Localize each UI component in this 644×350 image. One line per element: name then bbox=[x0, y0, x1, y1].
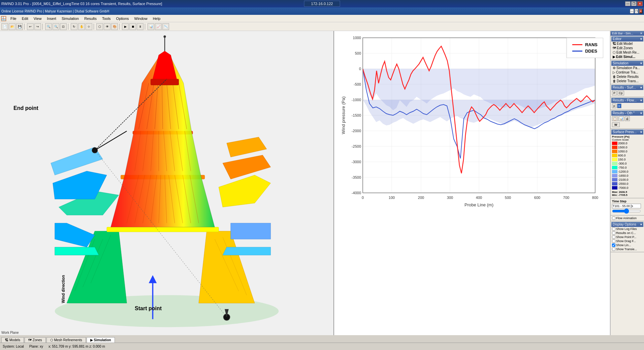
results-flow-title: Results - Flow... ▾ bbox=[611, 98, 643, 103]
tb-result3[interactable]: 📉 bbox=[162, 23, 169, 30]
pressure-unit: Pressure [Pa] bbox=[612, 135, 643, 138]
right-sidebar: Edit Bar - Sim... ✕ Editor ▾ 🏗 Edit Mode… bbox=[610, 31, 644, 335]
menu-window[interactable]: Window bbox=[132, 16, 150, 21]
tab-mesh-refinements[interactable]: ⬡ Mesh Refinements bbox=[46, 337, 86, 343]
results-surf-btn2[interactable]: Cp bbox=[617, 91, 624, 95]
show-transie-checkbox[interactable] bbox=[612, 247, 615, 251]
menu-help[interactable]: Help bbox=[150, 16, 163, 21]
show-lin-checkbox[interactable] bbox=[612, 243, 615, 247]
continue-tra-btn[interactable]: ▷ Continue Tra... bbox=[611, 70, 643, 75]
sim-pa-btn[interactable]: ⚙ Simulation Pa... bbox=[611, 66, 643, 70]
show-point-p-checkbox[interactable] bbox=[612, 235, 615, 239]
editbar-close-icon[interactable]: ✕ bbox=[640, 32, 643, 35]
results-c-checkbox[interactable] bbox=[612, 231, 615, 235]
maximize-btn[interactable]: ❐ bbox=[631, 1, 637, 6]
menu-edit[interactable]: Edit bbox=[19, 16, 31, 21]
results-surf-btn1[interactable]: P bbox=[612, 91, 617, 95]
scale-bar--750: -750.0 bbox=[612, 166, 643, 169]
svg-point-45 bbox=[92, 148, 97, 153]
tb-sim3[interactable]: ⏸ bbox=[137, 23, 143, 30]
editor-expand-icon[interactable]: ▾ bbox=[640, 37, 642, 41]
scale-bar--7000: -7000.0 bbox=[612, 186, 643, 189]
tb-new[interactable]: 📄 bbox=[1, 23, 8, 30]
simulation-icon: ▶ bbox=[90, 338, 93, 342]
models-icon: 🏗 bbox=[5, 338, 8, 342]
menu-view[interactable]: View bbox=[31, 16, 44, 21]
tb-undo[interactable]: ↩ bbox=[27, 23, 34, 30]
tb-display[interactable]: 👁 bbox=[104, 23, 110, 30]
flow-animation-checkbox[interactable] bbox=[612, 216, 615, 220]
menu-file[interactable]: File bbox=[8, 16, 19, 21]
tb-sim1[interactable]: ▶ bbox=[122, 23, 129, 30]
tb-zoom-out[interactable]: 🔍 bbox=[53, 23, 59, 30]
svg-rect-6 bbox=[107, 227, 219, 232]
menu-simulation[interactable]: Simulation bbox=[59, 16, 82, 21]
sec-minimize-btn[interactable]: — bbox=[630, 9, 634, 13]
tb-save[interactable]: 💾 bbox=[16, 23, 23, 30]
tb-sim2[interactable]: ⏹ bbox=[129, 23, 136, 30]
show-log-files-checkbox[interactable] bbox=[612, 227, 615, 231]
svg-point-35 bbox=[164, 35, 166, 38]
timestep-slider[interactable] bbox=[612, 209, 641, 213]
edit-zones-btn[interactable]: 🗺 Edit Zones bbox=[611, 46, 643, 50]
oth-btn3[interactable]: 🖨 bbox=[625, 116, 630, 121]
delete-trans-btn[interactable]: 🗑 Delete Trans... bbox=[611, 79, 643, 83]
tb-rotate[interactable]: ↻ bbox=[71, 23, 77, 30]
minimize-btn[interactable]: — bbox=[625, 1, 631, 6]
tab-zones[interactable]: 🗺 Zones bbox=[25, 337, 46, 343]
w-btn[interactable]: W bbox=[612, 122, 620, 127]
tb-open[interactable]: 📂 bbox=[9, 23, 15, 30]
tb-redo[interactable]: ↪ bbox=[34, 23, 41, 30]
delete-results-btn[interactable]: 🗑 Delete Results bbox=[611, 75, 643, 79]
close-btn[interactable]: ✕ bbox=[637, 1, 643, 6]
sec-maximize-btn[interactable]: ❐ bbox=[635, 9, 638, 13]
menu-insert[interactable]: Insert bbox=[44, 16, 59, 21]
tab-simulation[interactable]: ▶ Simulation bbox=[87, 337, 115, 343]
menu-results[interactable]: Results bbox=[82, 16, 99, 21]
sp-expand-icon[interactable]: ▾ bbox=[640, 130, 642, 134]
status-system: System: Local bbox=[3, 345, 24, 348]
do-expand-icon[interactable]: ▾ bbox=[640, 223, 642, 226]
tb-result2[interactable]: 📈 bbox=[155, 23, 162, 30]
tb-result1[interactable]: 📊 bbox=[148, 23, 154, 30]
edit-mesh-btn[interactable]: ⬡ Edit Mesh Re... bbox=[611, 50, 643, 55]
title-ip: 172-16.0.122 bbox=[304, 1, 340, 7]
edit-model-btn[interactable]: 🏗 Edit Model bbox=[611, 41, 643, 46]
tb-pan[interactable]: ✋ bbox=[78, 23, 85, 30]
tb-render[interactable]: 🎨 bbox=[111, 23, 118, 30]
y-axis-labels: 1000 500 0 -500 -1000 -1500 -2000 -2500 … bbox=[351, 36, 361, 195]
chart-panel: RANS DDES bbox=[334, 31, 610, 335]
show-drag-f-checkbox[interactable] bbox=[612, 239, 615, 243]
sec-close-btn[interactable]: ✕ bbox=[639, 9, 643, 13]
svg-text:-1000: -1000 bbox=[351, 98, 361, 102]
edit-simul-btn[interactable]: ▶ Edit Simul... bbox=[611, 55, 643, 59]
tb-fit[interactable]: ⊡ bbox=[60, 23, 67, 30]
timestep-input[interactable] bbox=[612, 204, 641, 208]
flow-p-btn[interactable]: p bbox=[612, 104, 616, 108]
license-info: Online License RWIND Pro | Mahyar Kazemi… bbox=[1, 9, 109, 13]
scale-bar--1200: -1200.0 bbox=[612, 170, 643, 173]
rf-expand-icon[interactable]: ▾ bbox=[640, 98, 642, 102]
show-point-p-label: Show Point P... bbox=[616, 235, 636, 239]
viewport-3d[interactable]: End point Start point Wind direction Wor… bbox=[0, 31, 334, 335]
flow-v-btn[interactable]: v bbox=[617, 104, 621, 108]
oth-btn2[interactable]: 📊 bbox=[618, 116, 624, 121]
scale-max: Max: 2636.5 bbox=[612, 191, 643, 194]
menu-tools[interactable]: Tools bbox=[99, 16, 114, 21]
rs-expand-icon[interactable]: ▾ bbox=[640, 86, 642, 89]
sim-expand-icon[interactable]: ▾ bbox=[640, 61, 642, 65]
show-drag-f-option: Show Drag F... bbox=[611, 239, 643, 243]
tab-models[interactable]: 🏗 Models bbox=[1, 337, 24, 343]
menu-options[interactable]: Options bbox=[114, 16, 132, 21]
menu-bar: 🪟 File Edit View Insert Simulation Resul… bbox=[0, 15, 644, 22]
tb-select[interactable]: ⊹ bbox=[86, 23, 92, 30]
scale-min: Min: -7705.5 bbox=[612, 194, 643, 197]
continue-icon: ▷ bbox=[613, 70, 615, 74]
ro-expand-icon[interactable]: ▾ bbox=[640, 111, 642, 115]
tb-mesh[interactable]: ⬡ bbox=[96, 23, 103, 30]
tb-zoom-in[interactable]: 🔍 bbox=[45, 23, 52, 30]
mesh-icon: ⬡ bbox=[50, 338, 53, 342]
simulation-title: Simulation ▾ bbox=[611, 61, 643, 66]
svg-marker-44 bbox=[149, 275, 157, 283]
oth-btn1[interactable]: 📋 bbox=[612, 116, 618, 121]
